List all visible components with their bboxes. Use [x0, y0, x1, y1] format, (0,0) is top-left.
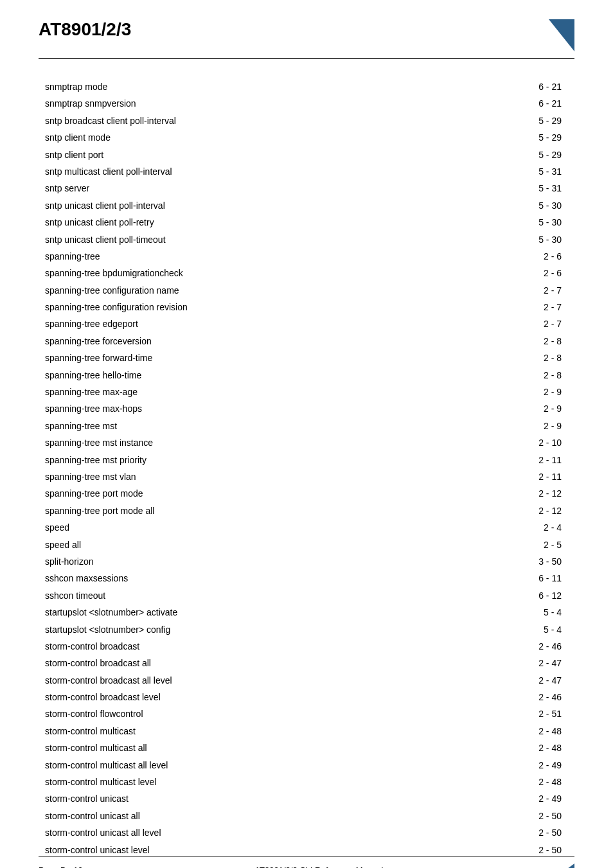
entry-term: spanning-tree mst [39, 418, 470, 434]
entry-page: 5 - 29 [470, 129, 574, 146]
footer-page-number: Page B - 19 [39, 865, 83, 868]
entry-page: 2 - 7 [470, 299, 574, 315]
entry-page: 2 - 49 [470, 757, 574, 774]
entry-term: storm-control unicast all [39, 808, 470, 824]
table-row: spanning-tree bpdumigrationcheck2 - 6 [39, 265, 574, 281]
entry-page: 2 - 5 [470, 536, 574, 553]
footer-content: Page B - 19 AT8901/2/3 CLI Reference Man… [39, 864, 574, 868]
table-row: storm-control broadcast2 - 46 [39, 638, 574, 655]
entry-term: sntp unicast client poll-retry [39, 214, 470, 231]
entry-term: speed all [39, 536, 470, 553]
entry-page: 2 - 47 [470, 672, 574, 689]
entry-page: 2 - 11 [470, 468, 574, 485]
table-row: speed all2 - 5 [39, 536, 574, 553]
entry-term: spanning-tree forceversion [39, 333, 470, 350]
entry-term: sntp broadcast client poll-interval [39, 112, 470, 129]
table-row: storm-control flowcontrol2 - 51 [39, 705, 574, 722]
entry-term: sntp unicast client poll-interval [39, 197, 470, 214]
entry-term: spanning-tree bpdumigrationcheck [39, 265, 470, 281]
entry-page: 2 - 4 [470, 519, 574, 536]
table-row: sntp unicast client poll-interval5 - 30 [39, 197, 574, 214]
table-row: snmptrap snmpversion6 - 21 [39, 95, 574, 112]
header-corner-decoration [549, 19, 574, 51]
table-row: spanning-tree mst priority2 - 11 [39, 452, 574, 468]
table-row: spanning-tree mst2 - 9 [39, 418, 574, 434]
table-row: sntp client port5 - 29 [39, 146, 574, 163]
page-container: AT8901/2/3 snmptrap mode6 - 21snmptrap s… [0, 0, 613, 868]
header-rule [39, 58, 574, 59]
entry-term: spanning-tree mst vlan [39, 468, 470, 485]
entry-page: 2 - 6 [470, 248, 574, 265]
entry-page: 5 - 30 [470, 214, 574, 231]
entry-page: 5 - 31 [470, 180, 574, 197]
index-table: snmptrap mode6 - 21snmptrap snmpversion6… [39, 78, 574, 858]
entry-term: storm-control broadcast [39, 638, 470, 655]
entry-term: spanning-tree max-hops [39, 400, 470, 417]
table-row: spanning-tree max-hops2 - 9 [39, 400, 574, 417]
table-row: spanning-tree edgeport2 - 7 [39, 315, 574, 332]
entry-page: 2 - 8 [470, 367, 574, 384]
footer-manual-title: AT8901/2/3 CLI Reference Manual [254, 865, 383, 868]
table-row: storm-control unicast2 - 49 [39, 790, 574, 807]
page-header: AT8901/2/3 [39, 19, 574, 51]
table-row: storm-control multicast level2 - 48 [39, 774, 574, 790]
page-footer: Page B - 19 AT8901/2/3 CLI Reference Man… [0, 856, 613, 868]
entry-page: 6 - 21 [470, 95, 574, 112]
table-row: spanning-tree max-age2 - 9 [39, 384, 574, 400]
entry-term: snmptrap mode [39, 78, 470, 95]
table-row: storm-control multicast all level2 - 49 [39, 757, 574, 774]
entry-page: 2 - 9 [470, 400, 574, 417]
table-row: sntp unicast client poll-retry5 - 30 [39, 214, 574, 231]
table-row: startupslot <slotnumber> activate5 - 4 [39, 604, 574, 621]
entry-term: spanning-tree mst priority [39, 452, 470, 468]
entry-term: storm-control unicast [39, 790, 470, 807]
entry-term: sntp server [39, 180, 470, 197]
entry-term: sntp client mode [39, 129, 470, 146]
table-row: split-horizon3 - 50 [39, 553, 574, 570]
entry-term: startupslot <slotnumber> config [39, 621, 470, 638]
footer-corner-icon [555, 864, 574, 868]
entry-term: speed [39, 519, 470, 536]
table-row: spanning-tree configuration revision2 - … [39, 299, 574, 315]
table-row: spanning-tree forceversion2 - 8 [39, 333, 574, 350]
table-row: sntp multicast client poll-interval5 - 3… [39, 163, 574, 180]
table-row: spanning-tree mst instance2 - 10 [39, 434, 574, 451]
table-row: sshcon timeout6 - 12 [39, 587, 574, 604]
entry-page: 5 - 4 [470, 621, 574, 638]
entry-term: storm-control unicast all level [39, 824, 470, 841]
table-row: speed2 - 4 [39, 519, 574, 536]
entry-term: spanning-tree forward-time [39, 350, 470, 366]
entry-term: storm-control multicast [39, 723, 470, 740]
entry-term: storm-control broadcast level [39, 689, 470, 705]
entry-term: sntp multicast client poll-interval [39, 163, 470, 180]
entry-page: 2 - 46 [470, 638, 574, 655]
entry-page: 2 - 7 [470, 282, 574, 299]
table-row: sntp unicast client poll-timeout5 - 30 [39, 231, 574, 248]
entry-term: storm-control broadcast all level [39, 672, 470, 689]
entry-term: spanning-tree edgeport [39, 315, 470, 332]
entry-term: spanning-tree configuration name [39, 282, 470, 299]
entry-term: storm-control multicast level [39, 774, 470, 790]
entry-page: 5 - 4 [470, 604, 574, 621]
entry-page: 2 - 47 [470, 655, 574, 671]
entry-term: sntp unicast client poll-timeout [39, 231, 470, 248]
entry-term: storm-control multicast all [39, 740, 470, 756]
table-row: sntp client mode5 - 29 [39, 129, 574, 146]
table-row: sntp broadcast client poll-interval5 - 2… [39, 112, 574, 129]
table-row: spanning-tree mst vlan2 - 11 [39, 468, 574, 485]
table-row: storm-control broadcast all level2 - 47 [39, 672, 574, 689]
table-row: storm-control unicast all2 - 50 [39, 808, 574, 824]
table-row: spanning-tree forward-time2 - 8 [39, 350, 574, 366]
entry-term: spanning-tree [39, 248, 470, 265]
entry-page: 2 - 8 [470, 333, 574, 350]
entry-page: 2 - 9 [470, 418, 574, 434]
table-row: storm-control multicast all2 - 48 [39, 740, 574, 756]
entry-page: 5 - 29 [470, 112, 574, 129]
entry-page: 2 - 9 [470, 384, 574, 400]
entry-page: 5 - 31 [470, 163, 574, 180]
table-row: startupslot <slotnumber> config5 - 4 [39, 621, 574, 638]
entry-term: sshcon maxsessions [39, 570, 470, 587]
entry-term: spanning-tree max-age [39, 384, 470, 400]
entry-page: 6 - 11 [470, 570, 574, 587]
table-row: sshcon maxsessions6 - 11 [39, 570, 574, 587]
